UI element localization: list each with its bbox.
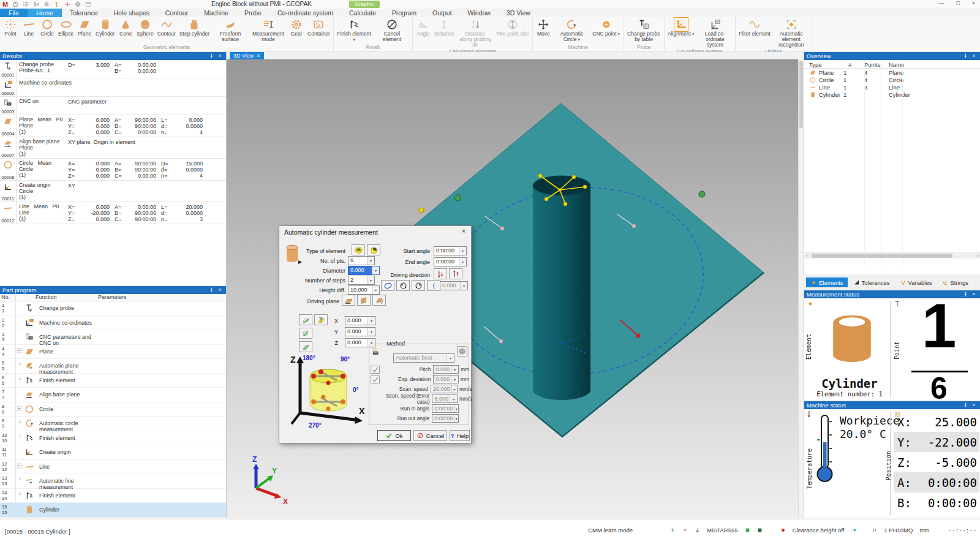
start-angle-combo[interactable]: 0:00:00▾ bbox=[434, 246, 467, 255]
driving-direction-button[interactable] bbox=[434, 268, 447, 279]
tree-toggle-icon[interactable] bbox=[16, 503, 24, 517]
ribbon-item[interactable]: Freeform surface bbox=[211, 18, 249, 42]
results-row[interactable]: 00002 Machine co-ordinates bbox=[0, 78, 226, 97]
part-program-row[interactable]: 14 14 Finish element bbox=[0, 489, 226, 504]
quick-access-icon[interactable] bbox=[53, 1, 61, 8]
results-row[interactable]: 00004 Plane Mean P0Plane(1) bbox=[0, 115, 226, 137]
menu-tab[interactable]: Home bbox=[28, 9, 62, 17]
tree-toggle-icon[interactable] bbox=[16, 388, 24, 402]
ribbon-item[interactable]: Cone bbox=[116, 18, 135, 37]
position-mode-button[interactable] bbox=[299, 328, 312, 339]
menu-tab[interactable]: Tolerance bbox=[62, 9, 106, 17]
maximize-button[interactable]: □ bbox=[956, 0, 959, 6]
quick-access-icon[interactable] bbox=[64, 1, 71, 8]
pin-icon[interactable] bbox=[963, 52, 970, 60]
results-row[interactable]: 00007 Align base planePlane(1) XY plane,… bbox=[0, 137, 226, 159]
check-icon[interactable] bbox=[371, 376, 380, 383]
position-mode-button[interactable] bbox=[314, 314, 328, 325]
pin-icon[interactable] bbox=[963, 401, 970, 409]
close-icon[interactable]: × bbox=[216, 286, 224, 294]
ribbon-item[interactable]: Distance bbox=[432, 18, 456, 37]
part-program-row[interactable]: 12 12 Line Line (1) Mean bbox=[0, 460, 226, 475]
overview-row[interactable]: Cylinder 1 Cylinder bbox=[804, 91, 980, 98]
ribbon-item[interactable]: Cylinder bbox=[94, 18, 116, 37]
cancel-button[interactable]: Cancel bbox=[413, 430, 447, 441]
part-program-row[interactable]: 15 15 Cylinder Cylinder (1) Mean bbox=[0, 503, 226, 518]
tab-3d-view[interactable]: 3D View × bbox=[230, 52, 264, 59]
part-program-row[interactable]: 2 2 Machine co-ordinates bbox=[0, 316, 226, 331]
pin-icon[interactable] bbox=[209, 286, 216, 294]
ribbon-item[interactable]: Line bbox=[20, 18, 38, 37]
ribbon-item[interactable]: Automatic Circle bbox=[552, 18, 590, 42]
ribbon-item[interactable]: Distance along probing dir bbox=[456, 18, 494, 48]
ribbon-item[interactable]: Change probe by table bbox=[625, 18, 663, 42]
overview-row[interactable]: Circle 1 4 Circle bbox=[804, 76, 980, 83]
driving-plane-button[interactable] bbox=[372, 295, 386, 306]
menu-tab[interactable]: Window bbox=[460, 9, 499, 17]
ribbon-item[interactable]: CNC point bbox=[590, 18, 622, 37]
tree-toggle-icon[interactable] bbox=[16, 489, 24, 503]
tree-toggle-icon[interactable] bbox=[16, 431, 24, 445]
menu-tab[interactable]: Machine bbox=[196, 9, 236, 17]
probing-mode-button[interactable] bbox=[396, 280, 410, 291]
panel-tab[interactable]: Tolerances bbox=[849, 277, 894, 287]
driving-direction-button[interactable] bbox=[449, 268, 462, 279]
scrollbar-thumb[interactable] bbox=[799, 61, 803, 128]
tree-toggle-icon[interactable] bbox=[16, 301, 24, 315]
overview-hscrollbar[interactable]: ‹ › bbox=[804, 252, 980, 259]
panel-tab[interactable]: Elements bbox=[806, 277, 848, 287]
ok-button[interactable]: Ok bbox=[377, 430, 411, 441]
overview-row[interactable]: Plane 1 4 Plane bbox=[804, 69, 980, 76]
ribbon-item[interactable]: Point bbox=[1, 18, 20, 37]
menu-tab[interactable]: Output bbox=[424, 9, 460, 17]
part-program-row[interactable]: 9 9 Automatic circle measurement No.of P… bbox=[0, 417, 226, 431]
ribbon-item[interactable]: Move bbox=[534, 18, 552, 37]
part-program-row[interactable]: 4 4 Plane Plane (1) Mean bbox=[0, 345, 226, 360]
position-mode-button[interactable] bbox=[299, 314, 312, 325]
ribbon-item[interactable]: Ellipse bbox=[56, 18, 75, 37]
quick-access-icon[interactable] bbox=[74, 1, 81, 8]
driving-plane-button[interactable] bbox=[342, 295, 355, 306]
quick-access-icon[interactable] bbox=[85, 1, 92, 8]
end-angle-combo[interactable]: 0:00:00▾ bbox=[434, 257, 467, 266]
results-row[interactable]: # 00001 Change probeProbe-No. 1 bbox=[0, 60, 226, 78]
tree-toggle-icon[interactable] bbox=[16, 445, 24, 459]
tree-toggle-icon[interactable] bbox=[16, 374, 24, 388]
hscroll-thumb[interactable] bbox=[812, 254, 952, 258]
quick-access-icon[interactable] bbox=[22, 1, 29, 8]
pin-icon[interactable] bbox=[209, 52, 216, 60]
ribbon-item[interactable]: Load co-ordinate system bbox=[696, 18, 734, 48]
help-button[interactable]: ? Help bbox=[450, 430, 470, 441]
close-icon[interactable]: × bbox=[216, 52, 224, 60]
tree-toggle-icon[interactable] bbox=[16, 345, 24, 359]
overview-row[interactable]: Line 1 3 Line bbox=[804, 83, 980, 91]
part-program-row[interactable]: 3 3 CNC parameters and CNC on bbox=[0, 330, 226, 345]
results-row[interactable]: 00003 CNC on CNC parameter bbox=[0, 97, 226, 115]
dialog-close-icon[interactable]: × bbox=[459, 227, 469, 237]
ribbon-item[interactable]: Step cylinder bbox=[178, 18, 211, 37]
close-button[interactable]: × bbox=[972, 0, 975, 6]
y-combo[interactable]: 0.000▾ bbox=[345, 327, 375, 336]
ribbon-item[interactable]: Angle bbox=[414, 18, 432, 37]
viewport-scrollbar[interactable] bbox=[798, 59, 804, 519]
ribbon-item[interactable]: Cancel element bbox=[373, 18, 411, 42]
position-mode-button[interactable] bbox=[299, 341, 312, 352]
graphic-button[interactable]: Graphic bbox=[349, 1, 380, 8]
ribbon-item[interactable]: Measurement mode bbox=[249, 18, 287, 42]
part-program-row[interactable]: 8 8 Circle Circle (1) Mean bbox=[0, 402, 226, 417]
results-row[interactable]: 00011 Create originCircle(1) XY bbox=[0, 181, 226, 202]
ribbon-item[interactable]: Gear bbox=[287, 18, 306, 37]
type-of-element-button[interactable] bbox=[352, 244, 365, 255]
quick-access-icon[interactable] bbox=[43, 1, 50, 8]
ribbon-item[interactable]: Finish element bbox=[335, 18, 373, 42]
sphere-button[interactable] bbox=[457, 346, 467, 357]
ribbon-item[interactable]: Circle bbox=[38, 18, 56, 37]
menu-tab[interactable]: Calculate bbox=[341, 9, 384, 17]
scroll-left-icon[interactable]: ‹ bbox=[804, 253, 810, 259]
probing-mode-button[interactable] bbox=[427, 280, 440, 291]
tree-toggle-icon[interactable] bbox=[16, 402, 24, 417]
part-program-row[interactable]: 10 10 Finish element bbox=[0, 431, 226, 446]
x-combo[interactable]: 0.000▾ bbox=[345, 316, 375, 325]
driving-plane-button[interactable] bbox=[357, 295, 371, 306]
ribbon-item[interactable]: Filter element bbox=[737, 18, 772, 37]
